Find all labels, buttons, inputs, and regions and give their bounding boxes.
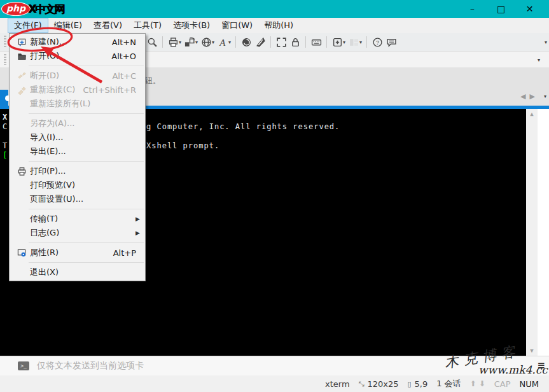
tile-panes-icon bbox=[347, 35, 361, 49]
menu-item-shortcut: Ctrl+Shift+R bbox=[83, 85, 141, 95]
toolbar-separator bbox=[366, 36, 367, 48]
quill-icon[interactable] bbox=[253, 35, 267, 49]
cursor-position-label: 5,9 bbox=[415, 379, 428, 389]
lock-icon[interactable] bbox=[288, 35, 302, 49]
properties-gear-icon bbox=[13, 248, 30, 258]
menu-item-label: 日志(G) bbox=[30, 227, 136, 239]
magnifier-icon[interactable] bbox=[145, 35, 159, 49]
menu-item-label: 打印(P)... bbox=[30, 165, 140, 177]
menu-item-r[interactable]: 属性(R)Alt+P bbox=[10, 246, 145, 260]
menu-item-shortcut: Alt+C bbox=[112, 71, 140, 81]
menu-item-a: 另存为(A)... bbox=[10, 116, 145, 130]
menu-item-label: 重新连接(C) bbox=[30, 84, 83, 95]
svg-text:?: ? bbox=[376, 39, 379, 45]
window-controls: – □ ✕ bbox=[458, 0, 544, 18]
scroll-up-icon[interactable]: ▲ bbox=[526, 109, 538, 119]
help-icon[interactable]: ? bbox=[370, 35, 384, 49]
menu-item-p[interactable]: 打印(P)... bbox=[10, 164, 145, 178]
menubar-item-4[interactable]: 工具(T) bbox=[128, 18, 167, 33]
layout-rotate-icon-dropdown[interactable]: ▾ bbox=[195, 39, 198, 45]
printer-icon-dropdown[interactable]: ▾ bbox=[179, 39, 181, 45]
toolbar-separator bbox=[326, 36, 327, 48]
close-button[interactable]: ✕ bbox=[515, 0, 544, 18]
address-dropdown-icon[interactable]: ▾ bbox=[538, 57, 540, 63]
status-session-count[interactable]: 1 会话 bbox=[436, 378, 461, 389]
menu-item-label: 断开(D) bbox=[30, 70, 112, 81]
menu-item-g[interactable]: 日志(G)▶ bbox=[10, 226, 145, 240]
menu-item-label: 另存为(A)... bbox=[30, 118, 140, 129]
cursor-position-icon: ▯ bbox=[407, 380, 411, 388]
send-text-placeholder[interactable]: 仅将文本发送到当前选项卡 bbox=[37, 360, 144, 372]
titlebar: php X中文网 – □ ✕ bbox=[0, 0, 549, 18]
toolbar-separator bbox=[162, 36, 163, 48]
menu-bar: 文件(F)编辑(E)查看(V)工具(T)选项卡(B)窗口(W)帮助(H) bbox=[0, 18, 549, 33]
font-icon[interactable]: A bbox=[216, 35, 230, 49]
menu-item-v[interactable]: 打印预览(V) bbox=[10, 178, 145, 192]
layout-rotate-icon[interactable] bbox=[183, 35, 197, 49]
send-prompt-icon: >_ bbox=[18, 361, 29, 370]
new-document-icon[interactable] bbox=[330, 35, 344, 49]
menu-item-o[interactable]: 打开(O)Alt+O bbox=[10, 49, 145, 63]
menu-item-l: 重新连接所有(L) bbox=[10, 97, 145, 111]
globe-icon-dropdown[interactable]: ▾ bbox=[212, 39, 214, 45]
menu-item-x[interactable]: 退出(X) bbox=[10, 265, 145, 279]
submenu-arrow-icon: ▶ bbox=[136, 230, 140, 236]
status-terminal-type[interactable]: xterm bbox=[325, 379, 350, 389]
tab-scroll-right-icon[interactable]: ▶ bbox=[530, 92, 535, 101]
menu-item-d: 断开(D)Alt+C bbox=[10, 69, 145, 83]
terminal-text-frag-l2: g Computer, Inc. All rights reserved. bbox=[146, 122, 340, 131]
status-cursor-position[interactable]: ▯ 5,9 bbox=[407, 379, 427, 389]
menu-separator bbox=[29, 242, 144, 243]
active-session-tab[interactable] bbox=[0, 90, 8, 106]
globe-icon[interactable] bbox=[199, 35, 213, 49]
window-title: X中文网 bbox=[28, 2, 64, 17]
upload-arrow-icon: ⬆ bbox=[470, 379, 476, 388]
disconnect-plug-icon bbox=[13, 71, 30, 81]
printer-icon[interactable] bbox=[166, 35, 180, 49]
menubar-item-7[interactable]: 帮助(H) bbox=[258, 18, 299, 33]
file-menu-dropdown: 新建(N)...Alt+N打开(O)Alt+O断开(D)Alt+C重新连接(C)… bbox=[9, 33, 146, 281]
status-bar: xterm ⤡ 120x25 ▯ 5,9 1 会话 ⬆ ⬇ CAP NUM bbox=[0, 375, 549, 392]
menu-item-label: 重新连接所有(L) bbox=[30, 98, 140, 109]
shell-swirl-icon[interactable] bbox=[239, 35, 253, 49]
menubar-item-2[interactable]: 编辑(E) bbox=[48, 18, 88, 33]
minimize-button[interactable]: – bbox=[458, 0, 487, 18]
menu-item-t[interactable]: 传输(T)▶ bbox=[10, 212, 145, 226]
toolbar-icons: ▾▾▾A▾▾▾? bbox=[145, 33, 398, 51]
fullscreen-icon[interactable] bbox=[274, 35, 288, 49]
menu-separator bbox=[29, 262, 144, 263]
tab-bar-hint-text: 钮。 bbox=[144, 75, 161, 87]
menu-item-label: 导出(E)... bbox=[30, 146, 140, 157]
menu-item-shortcut: Alt+N bbox=[112, 38, 140, 47]
menu-item-i[interactable]: 导入(I)... bbox=[10, 130, 145, 144]
tab-overflow-icon[interactable]: ▾ bbox=[544, 94, 546, 99]
status-screen-size[interactable]: ⤡ 120x25 bbox=[359, 379, 399, 389]
menu-item-label: 页面设置(U)... bbox=[30, 193, 140, 205]
terminal-scrollbar[interactable]: ▲ ▼ bbox=[526, 109, 538, 356]
terminal-type-label: xterm bbox=[325, 379, 350, 389]
menu-item-label: 属性(R) bbox=[30, 247, 113, 258]
keyboard-icon[interactable] bbox=[309, 35, 323, 49]
php-logo-icon: php bbox=[1, 2, 31, 16]
maximize-button[interactable]: □ bbox=[487, 0, 515, 18]
toolbar-grip[interactable] bbox=[4, 36, 6, 48]
font-icon-dropdown[interactable]: ▾ bbox=[228, 39, 231, 45]
menu-item-label: 打开(O) bbox=[30, 50, 111, 62]
terminal-text-frag-l4: Xshell prompt. bbox=[146, 141, 219, 150]
new-document-icon-dropdown[interactable]: ▾ bbox=[343, 39, 345, 45]
feedback-bubble-icon[interactable] bbox=[384, 35, 398, 49]
menu-item-e[interactable]: 导出(E)... bbox=[10, 144, 145, 158]
menubar-item-1[interactable]: 文件(F) bbox=[8, 18, 48, 33]
menubar-item-6[interactable]: 窗口(W) bbox=[216, 18, 258, 33]
menu-item-u[interactable]: 页面设置(U)... bbox=[10, 192, 145, 206]
address-bar-grip[interactable] bbox=[4, 54, 6, 65]
menu-item-label: 新建(N)... bbox=[30, 36, 112, 48]
tab-scroll-left-icon[interactable]: ◀ bbox=[520, 92, 525, 101]
menu-item-n[interactable]: 新建(N)...Alt+N bbox=[10, 35, 145, 49]
toolbar-overflow-icon[interactable]: ▾ bbox=[545, 39, 547, 45]
menubar-item-3[interactable]: 查看(V) bbox=[88, 18, 128, 33]
menubar-item-5[interactable]: 选项卡(B) bbox=[167, 18, 216, 33]
status-transfer-arrows: ⬆ ⬇ bbox=[470, 379, 485, 388]
menu-item-label: 传输(T) bbox=[30, 213, 136, 225]
download-arrow-icon: ⬇ bbox=[479, 379, 485, 388]
